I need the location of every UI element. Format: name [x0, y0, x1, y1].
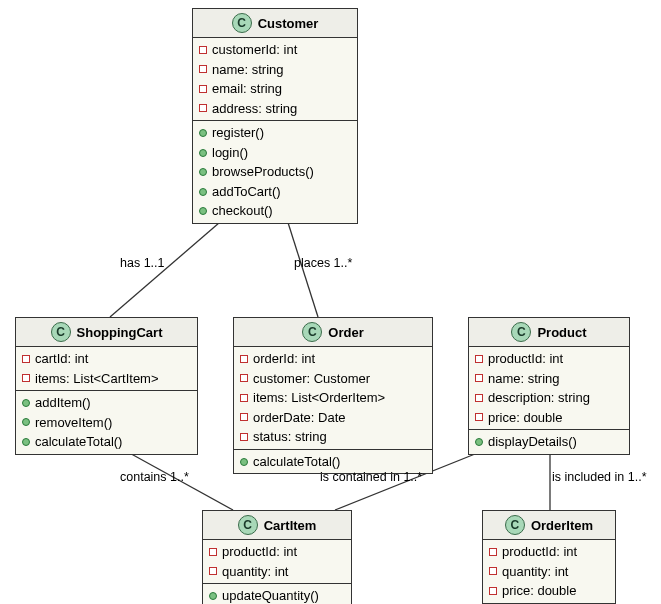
class-product-ops: displayDetails() — [469, 430, 629, 454]
class-orderitem-name: OrderItem — [531, 518, 593, 533]
attr-row: quantity: int — [489, 562, 609, 582]
class-cartitem: C CartItem productId: int quantity: int … — [202, 510, 352, 604]
class-product-header: C Product — [469, 318, 629, 347]
visibility-public-icon — [240, 458, 248, 466]
class-icon: C — [51, 322, 71, 342]
class-product-name: Product — [537, 325, 586, 340]
attr-row: productId: int — [475, 349, 623, 369]
op-row: register() — [199, 123, 351, 143]
class-order: C Order orderId: int customer: Customer … — [233, 317, 433, 474]
attr-row: email: string — [199, 79, 351, 99]
attr-row: description: string — [475, 388, 623, 408]
op-row: addToCart() — [199, 182, 351, 202]
visibility-private-icon — [475, 413, 483, 421]
attr-row: customer: Customer — [240, 369, 426, 389]
visibility-public-icon — [199, 168, 207, 176]
class-cartitem-header: C CartItem — [203, 511, 351, 540]
op-row: updateQuantity() — [209, 586, 345, 604]
op-row: removeItem() — [22, 413, 191, 433]
class-order-attrs: orderId: int customer: Customer items: L… — [234, 347, 432, 450]
class-customer-header: C Customer — [193, 9, 357, 38]
visibility-public-icon — [209, 592, 217, 600]
op-row: login() — [199, 143, 351, 163]
class-icon: C — [511, 322, 531, 342]
visibility-private-icon — [199, 85, 207, 93]
class-shoppingcart-ops: addItem() removeItem() calculateTotal() — [16, 391, 197, 454]
visibility-private-icon — [475, 394, 483, 402]
visibility-private-icon — [199, 65, 207, 73]
visibility-public-icon — [199, 207, 207, 215]
class-shoppingcart-header: C ShoppingCart — [16, 318, 197, 347]
visibility-private-icon — [475, 374, 483, 382]
edge-label-product-cartitem: is contained in 1..* — [320, 470, 422, 484]
visibility-private-icon — [489, 567, 497, 575]
class-orderitem-header: C OrderItem — [483, 511, 615, 540]
class-shoppingcart-name: ShoppingCart — [77, 325, 163, 340]
visibility-private-icon — [475, 355, 483, 363]
edge-label-product-orderitem: is included in 1..* — [552, 470, 647, 484]
op-row: displayDetails() — [475, 432, 623, 452]
class-shoppingcart: C ShoppingCart cartId: int items: List<C… — [15, 317, 198, 455]
attr-row: price: double — [475, 408, 623, 428]
visibility-private-icon — [22, 374, 30, 382]
class-icon: C — [302, 322, 322, 342]
class-cartitem-ops: updateQuantity() — [203, 584, 351, 604]
attr-row: orderDate: Date — [240, 408, 426, 428]
visibility-public-icon — [199, 149, 207, 157]
attr-row: productId: int — [489, 542, 609, 562]
visibility-public-icon — [199, 129, 207, 137]
attr-row: cartId: int — [22, 349, 191, 369]
visibility-private-icon — [209, 567, 217, 575]
attr-row: name: string — [475, 369, 623, 389]
visibility-private-icon — [209, 548, 217, 556]
visibility-private-icon — [240, 355, 248, 363]
attr-row: name: string — [199, 60, 351, 80]
class-customer-name: Customer — [258, 16, 319, 31]
op-row: calculateTotal() — [240, 452, 426, 472]
class-customer-ops: register() login() browseProducts() addT… — [193, 121, 357, 223]
visibility-private-icon — [22, 355, 30, 363]
class-orderitem-attrs: productId: int quantity: int price: doub… — [483, 540, 615, 603]
class-shoppingcart-attrs: cartId: int items: List<CartItem> — [16, 347, 197, 391]
attr-row: productId: int — [209, 542, 345, 562]
class-icon: C — [238, 515, 258, 535]
visibility-public-icon — [22, 438, 30, 446]
class-customer: C Customer customerId: int name: string … — [192, 8, 358, 224]
class-order-header: C Order — [234, 318, 432, 347]
attr-row: orderId: int — [240, 349, 426, 369]
attr-row: customerId: int — [199, 40, 351, 60]
class-product: C Product productId: int name: string de… — [468, 317, 630, 455]
class-orderitem: C OrderItem productId: int quantity: int… — [482, 510, 616, 604]
attr-row: price: double — [489, 581, 609, 601]
attr-row: address: string — [199, 99, 351, 119]
op-row: checkout() — [199, 201, 351, 221]
visibility-public-icon — [475, 438, 483, 446]
class-icon: C — [232, 13, 252, 33]
op-row: addItem() — [22, 393, 191, 413]
class-order-name: Order — [328, 325, 363, 340]
edge-label-cart-cartitem: contains 1..* — [120, 470, 189, 484]
class-icon: C — [505, 515, 525, 535]
visibility-public-icon — [199, 188, 207, 196]
visibility-private-icon — [240, 374, 248, 382]
visibility-private-icon — [489, 587, 497, 595]
visibility-private-icon — [240, 433, 248, 441]
class-customer-attrs: customerId: int name: string email: stri… — [193, 38, 357, 121]
attr-row: quantity: int — [209, 562, 345, 582]
op-row: browseProducts() — [199, 162, 351, 182]
visibility-private-icon — [489, 548, 497, 556]
visibility-public-icon — [22, 418, 30, 426]
visibility-private-icon — [240, 413, 248, 421]
visibility-private-icon — [199, 104, 207, 112]
visibility-public-icon — [22, 399, 30, 407]
visibility-private-icon — [240, 394, 248, 402]
edge-label-customer-cart: has 1..1 — [120, 256, 164, 270]
attr-row: items: List<OrderItem> — [240, 388, 426, 408]
visibility-private-icon — [199, 46, 207, 54]
class-cartitem-name: CartItem — [264, 518, 317, 533]
attr-row: items: List<CartItem> — [22, 369, 191, 389]
op-row: calculateTotal() — [22, 432, 191, 452]
class-product-attrs: productId: int name: string description:… — [469, 347, 629, 430]
attr-row: status: string — [240, 427, 426, 447]
class-cartitem-attrs: productId: int quantity: int — [203, 540, 351, 584]
